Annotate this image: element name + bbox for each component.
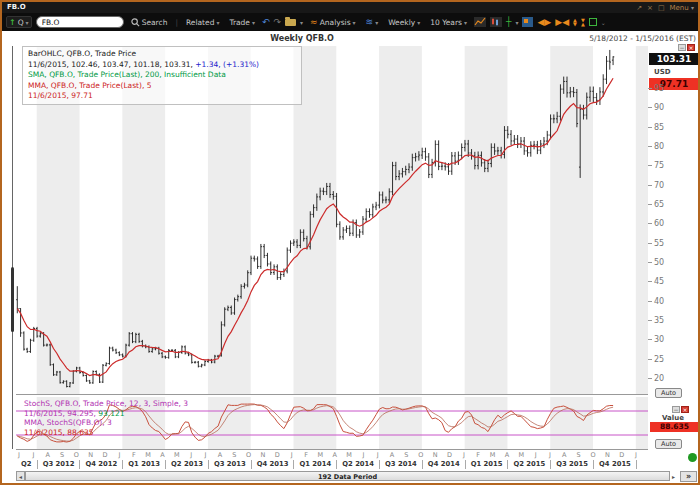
scroll-left-button[interactable]: ◂ bbox=[16, 471, 25, 481]
up-arrow-icon: ↑ bbox=[9, 18, 16, 27]
fast-forward-button[interactable]: » bbox=[680, 471, 697, 482]
symbol-search-input[interactable] bbox=[36, 16, 124, 28]
month-label: O bbox=[588, 451, 598, 459]
minimize-icon[interactable]: − bbox=[678, 44, 686, 51]
legend-line: 11/6/2015, 88.635 bbox=[24, 428, 188, 438]
expand-horizontal-icon[interactable]: ◀▶ bbox=[537, 17, 551, 27]
auto-scale-button[interactable]: Auto bbox=[655, 388, 682, 398]
legend-line: StochS, QFB.O, Trade Price, 12, 3, Simpl… bbox=[24, 399, 188, 409]
hourglass-icon[interactable]: ▼▲ bbox=[581, 18, 585, 26]
month-label: N bbox=[430, 451, 440, 459]
price-tick-label: 35 bbox=[648, 317, 664, 325]
auto-scale-button[interactable]: Auto bbox=[655, 439, 682, 449]
month-label: M bbox=[315, 451, 325, 459]
time-scrollbar[interactable]: ◂ 192 Data Period bbox=[16, 471, 670, 481]
redo-icon[interactable]: ↷ bbox=[274, 17, 282, 27]
quarter-label: Q4 2015 bbox=[593, 460, 636, 469]
price-tick-label: 95 bbox=[648, 85, 664, 93]
range-button[interactable]: 10 Years▾ bbox=[427, 17, 470, 28]
month-label: M bbox=[516, 451, 526, 459]
axis-line bbox=[16, 394, 648, 395]
month-label: D bbox=[617, 451, 627, 459]
month-label: M bbox=[488, 451, 498, 459]
month-label: F bbox=[473, 451, 483, 459]
price-tick-label: 75 bbox=[648, 162, 664, 170]
month-label: A bbox=[215, 451, 225, 459]
month-label: M bbox=[172, 451, 182, 459]
month-label: A bbox=[387, 451, 397, 459]
quote-letter: Q bbox=[18, 18, 24, 27]
quarter-label: Q2 2013 bbox=[165, 460, 208, 469]
menu-button[interactable]: Menu ▾ bbox=[670, 4, 694, 12]
month-label: O bbox=[71, 451, 81, 459]
separator: | bbox=[175, 18, 178, 27]
layers-button[interactable]: ≋▾ bbox=[363, 16, 382, 28]
chevron-down-icon: ▾ bbox=[26, 19, 29, 26]
legend-line: MMA, QFB.O, Trade Price(Last), 5 bbox=[28, 81, 296, 92]
panel-icon[interactable] bbox=[522, 17, 533, 27]
close-icon[interactable]: × bbox=[647, 4, 653, 12]
month-label: S bbox=[57, 451, 67, 459]
quarter-label: Q1 2014 bbox=[293, 460, 336, 469]
analysis-button[interactable]: ≈ Analysis▾ bbox=[307, 16, 358, 28]
month-label: J bbox=[358, 451, 368, 459]
trade-button[interactable]: Trade▾ bbox=[226, 17, 258, 28]
folder-icon[interactable] bbox=[285, 19, 296, 26]
price-tick-label: 70 bbox=[648, 182, 664, 190]
chevron-down-icon[interactable]: ▾ bbox=[300, 19, 303, 26]
month-label: J bbox=[459, 451, 469, 459]
candle-chart-icon[interactable] bbox=[490, 17, 502, 27]
waves-icon: ≋ bbox=[366, 17, 374, 27]
scrollbar-track[interactable]: 192 Data Period bbox=[25, 471, 670, 481]
close-icon[interactable]: × bbox=[687, 44, 695, 51]
window-title: FB.O bbox=[7, 3, 26, 11]
scroll-right-button[interactable]: ▸ bbox=[672, 473, 675, 480]
expand-vertical-icon[interactable]: ▲▼ bbox=[573, 18, 577, 26]
compress-horizontal-icon[interactable]: ▶◀ bbox=[555, 17, 569, 27]
line-chart-icon[interactable] bbox=[474, 17, 486, 27]
month-label: O bbox=[244, 451, 254, 459]
left-scrollbar-thumb[interactable] bbox=[11, 267, 14, 332]
month-label: J bbox=[545, 451, 555, 459]
month-label: F bbox=[129, 451, 139, 459]
quarter-label: Q3 2013 bbox=[208, 460, 251, 469]
main-panel-window-controls: − × bbox=[678, 44, 695, 51]
interval-button[interactable]: Weekly▾ bbox=[385, 17, 423, 28]
month-label: S bbox=[574, 451, 584, 459]
quarter-axis-end bbox=[636, 460, 647, 469]
chevron-down-icon[interactable]: ▾ bbox=[515, 19, 518, 26]
month-label: D bbox=[445, 451, 455, 459]
close-icon[interactable]: × bbox=[681, 406, 689, 413]
month-label: F bbox=[301, 451, 311, 459]
price-tick-label: 80 bbox=[648, 143, 664, 151]
undo-icon[interactable]: ↶ bbox=[262, 17, 270, 27]
price-tick-label: 50 bbox=[648, 259, 664, 267]
price-tick-label: 55 bbox=[648, 240, 664, 248]
minimize-icon[interactable]: − bbox=[672, 406, 680, 413]
month-label: J bbox=[14, 451, 24, 459]
month-label: J bbox=[114, 451, 124, 459]
search-button[interactable]: Search bbox=[128, 17, 171, 28]
quarter-label: Q1 2015 bbox=[465, 460, 508, 469]
value-axis-label: Value bbox=[662, 414, 684, 422]
window-icon[interactable]: □ bbox=[658, 4, 665, 12]
month-label: D bbox=[100, 451, 110, 459]
related-button[interactable]: Related▾ bbox=[183, 17, 223, 28]
quarter-label: Q2 2015 bbox=[507, 460, 550, 469]
chart-date-range: 5/18/2012 - 1/15/2016 (EST) bbox=[589, 34, 696, 43]
crosshair-icon[interactable]: ┼ bbox=[506, 17, 511, 27]
price-tick-label: 90 bbox=[648, 104, 664, 112]
month-label: J bbox=[201, 451, 211, 459]
selection-box-icon[interactable] bbox=[589, 18, 597, 26]
price-tick-label: 45 bbox=[648, 278, 664, 286]
quote-type-combo[interactable]: ↑ Q ▾ bbox=[6, 16, 32, 28]
more-icon[interactable]: ⌄ bbox=[601, 19, 606, 26]
legend-line: SMA, QFB.O, Trade Price(Last), 200, Insu… bbox=[28, 70, 296, 81]
month-label: M bbox=[344, 451, 354, 459]
legend-line: BarOHLC, QFB.O, Trade Price bbox=[28, 49, 296, 60]
month-label: N bbox=[258, 451, 268, 459]
month-label: M bbox=[143, 451, 153, 459]
popout-icon[interactable]: ↗ bbox=[636, 4, 642, 12]
price-tick-label: 60 bbox=[648, 220, 664, 228]
quarter-label: Q4 2014 bbox=[422, 460, 465, 469]
